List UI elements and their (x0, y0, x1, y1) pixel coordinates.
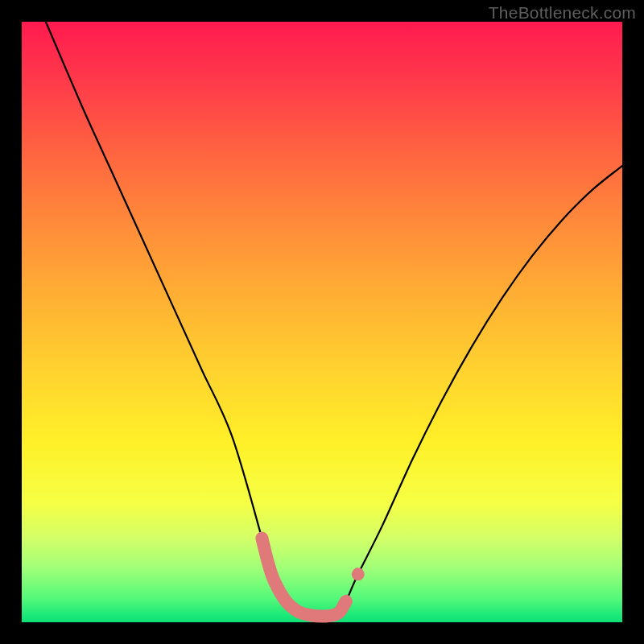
curve-black (46, 22, 622, 617)
pink-dot (352, 568, 365, 580)
watermark-text: TheBottleneck.com (489, 3, 636, 23)
outer-frame: TheBottleneck.com (0, 0, 644, 644)
curve-pink-trough (262, 539, 345, 617)
plot-area (22, 22, 622, 622)
chart-svg (22, 22, 622, 622)
